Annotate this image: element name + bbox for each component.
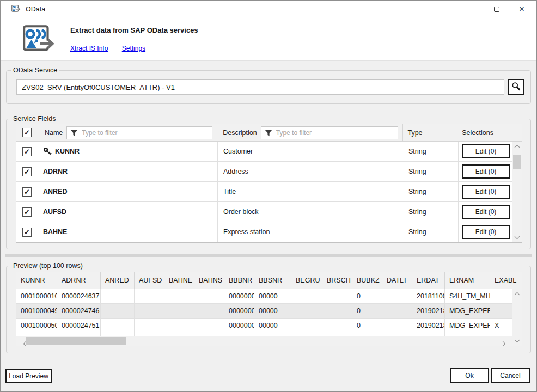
- preview-cell: [382, 289, 412, 304]
- row-checkbox[interactable]: ✓: [22, 167, 32, 176]
- cancel-button[interactable]: Cancel: [491, 368, 530, 383]
- minimize-button[interactable]: [459, 1, 484, 17]
- xtract-is-info-link[interactable]: Xtract IS Info: [70, 45, 108, 52]
- field-name: ANRED: [43, 188, 67, 195]
- load-preview-button[interactable]: Load Preview: [5, 369, 52, 383]
- window-title: OData: [26, 5, 45, 13]
- preview-column-header: BAHNS: [194, 272, 224, 289]
- preview-cell: [382, 304, 412, 318]
- maximize-icon: [494, 7, 499, 12]
- scrollbar-thumb[interactable]: [513, 155, 521, 169]
- chevron-up-icon[interactable]: [515, 292, 520, 298]
- preview-cell: [164, 304, 194, 318]
- chevron-up-icon[interactable]: [515, 145, 520, 150]
- service-fields-header-row: ✓ Name Description: [16, 124, 522, 142]
- preview-column-header: BEGRU: [291, 272, 322, 289]
- settings-link[interactable]: Settings: [122, 45, 145, 52]
- preview-cell: 0000024637: [57, 289, 101, 304]
- preview-cell: [101, 304, 135, 318]
- preview-cell: [194, 304, 224, 318]
- preview-cell: [101, 318, 135, 333]
- preview-cell: [490, 304, 513, 318]
- close-button[interactable]: ×: [509, 1, 534, 17]
- preview-cell: [101, 289, 135, 304]
- preview-column-header: ERDAT: [412, 272, 445, 289]
- selections-column-header: Selections: [457, 124, 522, 142]
- service-fields-vertical-scrollbar[interactable]: [512, 142, 522, 242]
- description-filter-input[interactable]: [261, 126, 399, 139]
- chevron-down-icon[interactable]: [515, 234, 520, 240]
- row-select-cell: ✓: [16, 142, 38, 162]
- field-name-cell: KUNNR: [38, 142, 218, 162]
- preview-column-header: ERNAM: [445, 272, 490, 289]
- ok-button[interactable]: Ok: [450, 368, 489, 383]
- preview-cell: [322, 318, 352, 333]
- service-field-row: ✓KUNNRCustomerStringEdit (0): [16, 142, 522, 162]
- preview-group: Preview (top 100 rows) KUNNRADRNRANREDAU…: [6, 266, 531, 353]
- field-name-cell: AUFSD: [38, 202, 218, 222]
- preview-column-header: EXABL: [490, 272, 522, 289]
- preview-column-header: BRSCH: [322, 272, 352, 289]
- search-icon: [511, 82, 521, 93]
- splitter-handle[interactable]: [5, 254, 532, 257]
- title-bar[interactable]: OData ×: [1, 1, 536, 17]
- edit-selections-button[interactable]: Edit (0): [462, 164, 510, 179]
- field-name-cell: ANRED: [38, 182, 218, 202]
- row-checkbox[interactable]: ✓: [22, 187, 32, 197]
- field-type: String: [404, 182, 459, 202]
- preview-group-label: Preview (top 100 rows): [11, 262, 85, 270]
- preview-cell: [291, 318, 322, 333]
- preview-cell: [382, 318, 412, 333]
- row-checkbox[interactable]: ✓: [22, 207, 32, 217]
- field-description: Title: [218, 182, 404, 202]
- field-description: Order block: [218, 202, 404, 222]
- row-checkbox[interactable]: ✓: [22, 147, 32, 156]
- maximize-button[interactable]: [484, 1, 509, 17]
- field-selections-cell: Edit (0): [459, 162, 513, 182]
- preview-row: 0001000010000002463700000000000002018110…: [16, 289, 522, 304]
- preview-cell: [291, 289, 322, 304]
- field-description: Address: [218, 162, 404, 182]
- preview-row: 0001000049000002474600000000000002019021…: [16, 304, 522, 318]
- service-field-row: ✓BAHNEExpress stationStringEdit (0): [16, 222, 522, 242]
- preview-horizontal-scrollbar[interactable]: [16, 336, 512, 346]
- preview-cell: MDG_EXPERT: [445, 318, 490, 333]
- name-filter-input[interactable]: [66, 126, 212, 139]
- odata-service-input[interactable]: [16, 79, 504, 95]
- preview-header-row: KUNNRADRNRANREDAUFSDBAHNEBAHNSBBBNRBBSNR…: [16, 272, 522, 289]
- page-title: Extract data from SAP OData services: [70, 26, 198, 34]
- browse-service-button[interactable]: [508, 79, 524, 95]
- edit-selections-button[interactable]: Edit (0): [462, 185, 510, 199]
- chevron-right-icon[interactable]: [501, 341, 506, 346]
- edit-selections-button[interactable]: Edit (0): [462, 225, 510, 239]
- scrollbar-thumb[interactable]: [26, 337, 126, 345]
- chevron-down-icon[interactable]: [515, 338, 520, 343]
- odata-service-group-label: OData Service: [11, 66, 59, 74]
- preview-cell: 0: [352, 289, 382, 304]
- select-all-checkbox[interactable]: ✓: [22, 128, 32, 137]
- row-select-cell: ✓: [16, 222, 38, 242]
- key-icon: [43, 147, 52, 156]
- preview-cell: 0000024751: [57, 318, 101, 333]
- preview-column-header: ANRED: [101, 272, 135, 289]
- preview-cell: [291, 304, 322, 318]
- row-checkbox[interactable]: ✓: [22, 228, 32, 237]
- field-type: String: [404, 162, 459, 182]
- field-type: String: [404, 202, 459, 222]
- field-name: KUNNR: [55, 148, 80, 155]
- preview-column-header: BBBNR: [224, 272, 254, 289]
- preview-vertical-scrollbar[interactable]: [512, 289, 522, 346]
- app-icon: [11, 4, 21, 14]
- row-select-cell: ✓: [16, 202, 38, 222]
- preview-table: KUNNRADRNRANREDAUFSDBAHNEBAHNSBBBNRBBSNR…: [16, 272, 522, 346]
- edit-selections-button[interactable]: Edit (0): [462, 144, 510, 158]
- row-select-cell: ✓: [16, 182, 38, 202]
- preview-cell: 00000: [254, 289, 291, 304]
- field-name: AUFSD: [43, 208, 66, 216]
- preview-cell: 0: [352, 304, 382, 318]
- preview-cell: S4H_TM_MH: [445, 289, 490, 304]
- edit-selections-button[interactable]: Edit (0): [462, 205, 510, 219]
- preview-cell: 20190218: [412, 304, 445, 318]
- field-selections-cell: Edit (0): [459, 142, 513, 162]
- preview-cell: 0001000010: [16, 289, 57, 304]
